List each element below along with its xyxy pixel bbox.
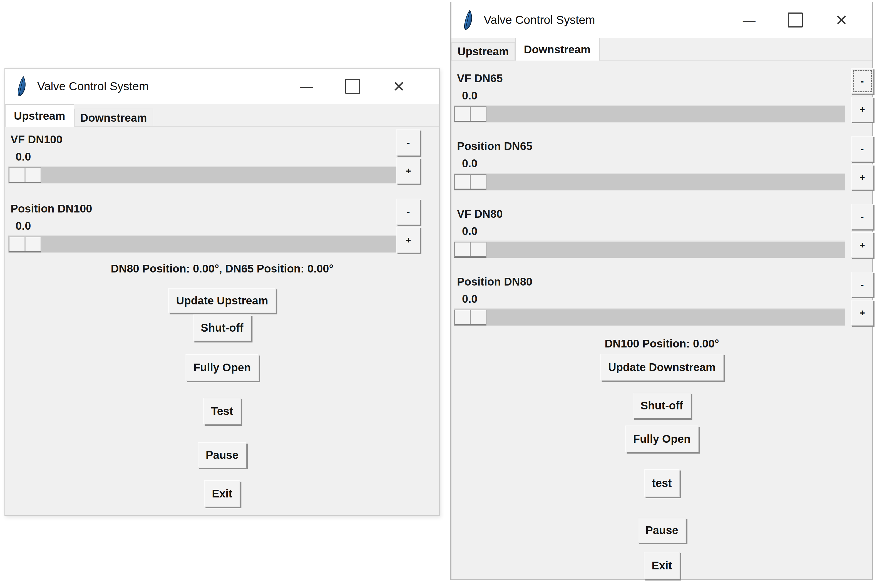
slider-group-position-dn65: Position DN65 0.0 - + (451, 140, 872, 204)
increment-button[interactable]: + (396, 158, 420, 184)
close-icon[interactable]: ✕ (818, 2, 865, 38)
window-controls: — ✕ (284, 69, 439, 104)
slider-track[interactable] (8, 235, 397, 252)
tab-bar: Upstream Downstream (5, 104, 439, 127)
slider-label: Position DN65 (457, 140, 532, 153)
minimize-icon[interactable]: — (726, 2, 772, 38)
slider-track[interactable] (454, 240, 845, 258)
tab-downstream[interactable]: Downstream (74, 109, 153, 126)
slider-track[interactable] (454, 308, 845, 326)
tab-upstream[interactable]: Upstream (451, 42, 515, 60)
fully-open-button[interactable]: Fully Open (186, 354, 259, 381)
pause-button[interactable]: Pause (638, 518, 686, 543)
increment-button[interactable]: + (851, 232, 873, 258)
slider-value: 0.0 (462, 225, 478, 237)
slider-value: 0.0 (462, 293, 478, 305)
slider-handle[interactable] (454, 242, 486, 258)
minimize-icon[interactable]: — (284, 69, 330, 104)
slider-group-vf-dn80: VF DN80 0.0 - + (451, 208, 872, 272)
increment-button[interactable]: + (396, 227, 420, 253)
titlebar: Valve Control System — ✕ (5, 69, 439, 104)
maximize-box (788, 12, 803, 27)
slider-track[interactable] (454, 105, 845, 122)
feather-app-icon (463, 9, 474, 30)
update-downstream-button[interactable]: Update Downstream (600, 354, 724, 381)
test-button[interactable]: Test (203, 398, 241, 424)
shut-off-button[interactable]: Shut-off (193, 314, 251, 341)
increment-button[interactable]: + (851, 300, 873, 326)
decrement-button[interactable]: - (396, 129, 420, 156)
decrement-button[interactable]: - (851, 68, 873, 94)
slider-handle[interactable] (454, 174, 486, 190)
valve-control-window-upstream: Valve Control System — ✕ Upstream Downst… (5, 68, 440, 516)
slider-label: VF DN100 (11, 134, 63, 146)
slider-group-position-dn100: Position DN100 0.0 - + (5, 202, 439, 267)
slider-label: VF DN80 (457, 208, 503, 220)
fully-open-button[interactable]: Fully Open (626, 426, 698, 452)
increment-button[interactable]: + (851, 164, 873, 190)
slider-group-vf-dn100: VF DN100 0.0 - + (5, 134, 439, 198)
slider-label: Position DN100 (11, 202, 92, 215)
exit-button[interactable]: Exit (644, 552, 680, 579)
slider-value: 0.0 (15, 150, 31, 163)
close-icon[interactable]: ✕ (376, 69, 422, 104)
tab-bar: Upstream Downstream (451, 38, 872, 60)
valve-control-window-downstream: Valve Control System — ✕ Upstream Downst… (450, 2, 873, 580)
window-title: Valve Control System (37, 80, 149, 93)
slider-track[interactable] (454, 173, 845, 190)
slider-value: 0.0 (462, 89, 478, 102)
maximize-icon[interactable] (330, 69, 376, 104)
test-button[interactable]: test (644, 469, 679, 497)
decrement-button[interactable]: - (396, 199, 420, 225)
decrement-button[interactable]: - (851, 204, 873, 230)
slider-group-position-dn80: Position DN80 0.0 - + (451, 276, 872, 340)
slider-handle[interactable] (9, 168, 41, 183)
maximize-box (345, 79, 360, 94)
slider-track[interactable] (8, 166, 397, 183)
position-status-label: DN100 Position: 0.00° (451, 338, 872, 350)
window-title: Valve Control System (484, 14, 595, 27)
tab-downstream[interactable]: Downstream (515, 38, 600, 60)
window-controls: — ✕ (726, 2, 872, 38)
slider-handle[interactable] (9, 237, 41, 252)
decrement-button[interactable]: - (851, 272, 873, 297)
decrement-button[interactable]: - (851, 136, 873, 162)
position-status-label: DN80 Position: 0.00°, DN65 Position: 0.0… (5, 262, 439, 275)
slider-handle[interactable] (454, 106, 486, 122)
increment-button[interactable]: + (851, 97, 873, 122)
shut-off-button[interactable]: Shut-off (633, 393, 691, 418)
update-upstream-button[interactable]: Update Upstream (168, 288, 276, 313)
exit-button[interactable]: Exit (204, 480, 240, 507)
slider-label: VF DN65 (457, 72, 503, 85)
tab-upstream[interactable]: Upstream (5, 104, 74, 127)
slider-handle[interactable] (454, 310, 486, 326)
pause-button[interactable]: Pause (198, 442, 246, 468)
slider-group-vf-dn65: VF DN65 0.0 - + (451, 72, 872, 136)
titlebar: Valve Control System — ✕ (451, 2, 872, 38)
slider-value: 0.0 (15, 220, 31, 232)
slider-label: Position DN80 (457, 276, 532, 288)
feather-app-icon (16, 76, 27, 97)
slider-value: 0.0 (462, 157, 478, 170)
maximize-icon[interactable] (772, 2, 818, 38)
